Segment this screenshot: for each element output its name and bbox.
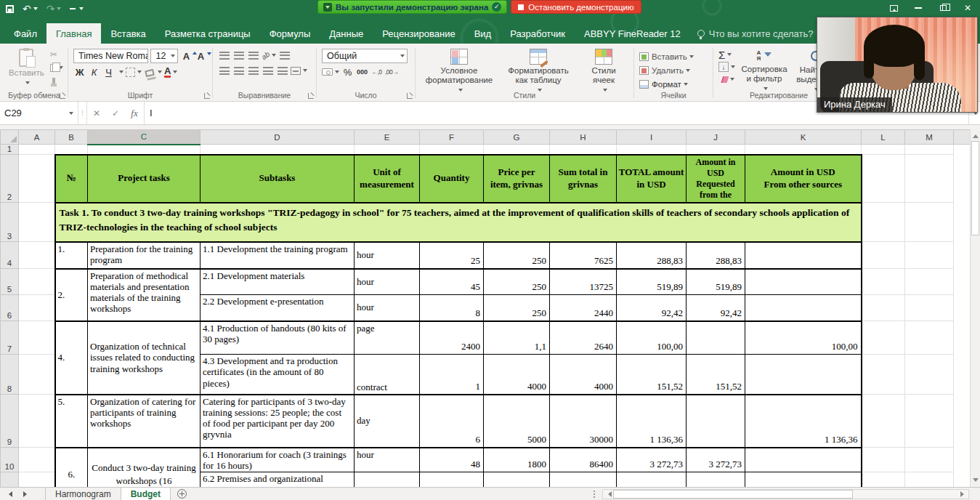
increase-decimal-button[interactable]: ←,0: [370, 65, 383, 78]
sheet-tab-harmonogram[interactable]: Harmonogram: [45, 488, 121, 500]
cell[interactable]: [905, 395, 954, 448]
row-header-6[interactable]: 6: [1, 295, 19, 321]
col-header-h[interactable]: H: [550, 130, 617, 145]
cell[interactable]: [862, 145, 905, 155]
cell-task[interactable]: Organization of technical issues related…: [88, 321, 201, 395]
cell[interactable]: [355, 145, 420, 155]
cell[interactable]: [201, 145, 355, 155]
cell-no[interactable]: 5.: [55, 395, 88, 448]
cell-usd[interactable]: 288,83: [617, 242, 687, 269]
fill-button[interactable]: ↓: [718, 62, 735, 72]
header-requested[interactable]: Amount in USD Requested from the: [687, 155, 745, 203]
format-painter-button[interactable]: [50, 76, 63, 86]
next-sheet-button[interactable]: [17, 488, 35, 500]
stop-sharing-button[interactable]: Остановить демонстрацию: [511, 0, 641, 14]
vertical-scrollbar[interactable]: [970, 129, 980, 487]
new-sheet-button[interactable]: [177, 489, 187, 499]
cell[interactable]: [862, 295, 905, 321]
cell[interactable]: [905, 145, 954, 155]
underline-button[interactable]: Ч: [102, 65, 115, 78]
merge-center-button[interactable]: [291, 64, 307, 77]
cell-qty[interactable]: 45: [420, 269, 484, 295]
cell[interactable]: [862, 321, 905, 355]
cell[interactable]: [862, 269, 905, 295]
cell-subtask[interactable]: 2.2 Development e-presentation: [201, 295, 355, 321]
align-top-button[interactable]: [218, 49, 230, 62]
align-right-button[interactable]: [247, 64, 259, 77]
font-dialog-launcher-icon[interactable]: [204, 93, 210, 99]
scroll-down-button[interactable]: [971, 476, 980, 487]
cell-qty[interactable]: [420, 472, 484, 487]
scroll-up-button[interactable]: [971, 129, 980, 140]
tab-formulas[interactable]: Формулы: [260, 23, 320, 44]
cell-other[interactable]: 100,00: [745, 321, 862, 355]
italic-button[interactable]: К: [88, 65, 100, 78]
cell-other[interactable]: [745, 355, 862, 395]
number-dialog-launcher-icon[interactable]: [407, 93, 413, 99]
clipboard-dialog-launcher-icon[interactable]: [60, 93, 65, 99]
format-cells-button[interactable]: Формат: [639, 78, 708, 90]
comma-style-button[interactable]: 000: [356, 65, 368, 78]
tab-developer[interactable]: Разработчик: [501, 23, 575, 44]
cell-no[interactable]: 4.: [55, 321, 88, 395]
cell-other[interactable]: [745, 448, 862, 472]
header-sum[interactable]: Sum total in grivnas: [550, 155, 617, 203]
cell[interactable]: [19, 472, 55, 487]
header-other-sources[interactable]: Amount in USD From other sources: [745, 155, 862, 203]
cell[interactable]: [905, 355, 954, 395]
cell[interactable]: [19, 321, 55, 355]
row-header-8[interactable]: 8: [1, 355, 19, 395]
align-bottom-button[interactable]: [247, 49, 259, 62]
cell-usd[interactable]: 1 136,36: [617, 395, 687, 448]
header-total-usd[interactable]: TOTAL amount in USD: [617, 155, 687, 203]
restore-button[interactable]: [931, 0, 955, 16]
cell-usd[interactable]: 3 272,73: [617, 448, 687, 472]
select-all-corner[interactable]: [1, 130, 19, 145]
cell[interactable]: [745, 145, 862, 155]
cell[interactable]: [19, 295, 55, 321]
horizontal-scroll-thumb[interactable]: [613, 490, 853, 499]
wrap-text-button[interactable]: [278, 49, 291, 62]
cell-sum[interactable]: 86400: [550, 448, 617, 472]
delete-cells-button[interactable]: Удалить: [639, 64, 708, 76]
sheet-tab-budget[interactable]: Budget: [121, 488, 171, 500]
cell-task[interactable]: Conduct 3 two-day training workshops (16: [88, 448, 201, 488]
cell-requested[interactable]: [687, 395, 745, 448]
decrease-indent-button[interactable]: [262, 64, 274, 77]
save-button[interactable]: [6, 5, 14, 13]
col-header-l[interactable]: L: [862, 130, 905, 145]
cell-task[interactable]: Organization of catering for participant…: [88, 395, 201, 448]
minimize-button[interactable]: [906, 0, 931, 16]
insert-cells-button[interactable]: Вставить: [639, 50, 708, 62]
cell-price[interactable]: 1800: [484, 448, 550, 472]
cell-qty[interactable]: 6: [420, 395, 484, 448]
cell[interactable]: [19, 448, 55, 472]
cell[interactable]: [862, 472, 905, 487]
horizontal-scrollbar[interactable]: [602, 489, 969, 499]
cell[interactable]: [862, 355, 905, 395]
formula-bar-splitter[interactable]: ⁝: [78, 102, 87, 124]
cell-unit[interactable]: hour: [355, 269, 420, 295]
cell-unit[interactable]: [355, 472, 420, 487]
align-center-button[interactable]: [232, 64, 245, 77]
cell-requested[interactable]: 151,52: [687, 355, 745, 395]
cell-usd[interactable]: 519,89: [617, 269, 687, 295]
cell-other[interactable]: 1 136,36: [745, 395, 862, 448]
cell-task[interactable]: Preparation of methodical materials and …: [88, 269, 201, 321]
cell-subtask[interactable]: 4.3 Development and та production certif…: [201, 355, 355, 395]
header-project-tasks[interactable]: Project tasks: [88, 155, 201, 203]
tab-page-layout[interactable]: Разметка страницы: [155, 23, 260, 44]
shrink-font-button[interactable]: А: [195, 49, 207, 62]
cell-other[interactable]: [745, 295, 862, 321]
sort-filter-button[interactable]: АЯ Сортировка и фильтр: [737, 47, 792, 94]
cell[interactable]: [905, 321, 954, 355]
cell[interactable]: [862, 448, 905, 472]
cell-sum[interactable]: 4000: [550, 355, 617, 395]
cell-sum[interactable]: 30000: [550, 395, 617, 448]
col-header-i[interactable]: I: [617, 130, 687, 145]
cell[interactable]: [905, 472, 954, 487]
row-header-3[interactable]: 3: [1, 203, 19, 242]
cell[interactable]: [420, 145, 484, 155]
col-header-f[interactable]: F: [420, 130, 484, 145]
cell-price[interactable]: 5000: [484, 395, 550, 448]
